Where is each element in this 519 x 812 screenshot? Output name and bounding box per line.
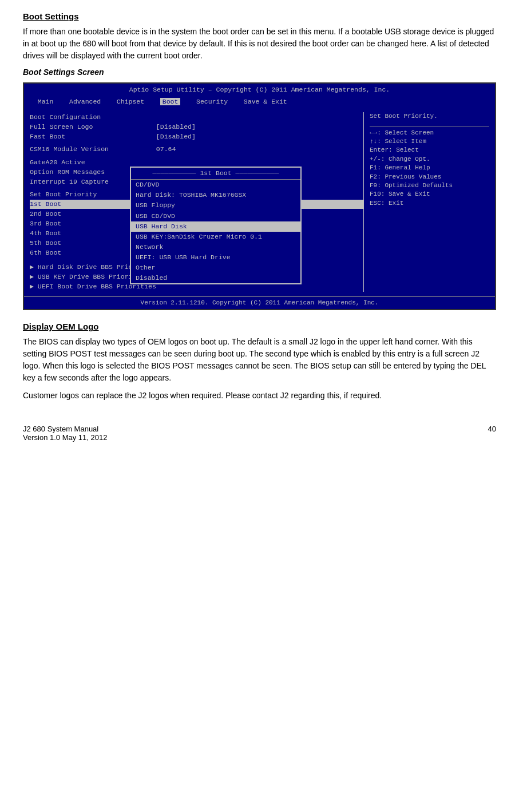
- footer-page-number: 40: [488, 425, 496, 442]
- bios-key-select-screen: ←→: Select Screen: [370, 129, 489, 137]
- bios-item-fast-boot: Fast Boot [Disabled]: [30, 132, 363, 141]
- boot-settings-section: Boot Settings If more than one bootable …: [23, 11, 496, 310]
- display-oem-body1: The BIOS can display two types of OEM lo…: [23, 336, 496, 384]
- bios-footer: Version 2.11.1210. Copyright (C) 2011 Am…: [24, 296, 495, 309]
- bios-dropdown-hdd-toshiba[interactable]: Hard Disk: TOSHIBA MK1676GSX: [131, 190, 300, 200]
- bios-dropdown-usb-floppy[interactable]: USB Floppy: [131, 200, 300, 211]
- boot-settings-title: Boot Settings: [23, 11, 496, 21]
- bios-header: Aptio Setup Utility – Copyright (C) 2011…: [24, 84, 495, 96]
- bios-help-text: Set Boot Priority.: [370, 112, 489, 121]
- bios-body: Boot Configuration Full Screen Logo [Dis…: [24, 108, 495, 296]
- display-oem-title: Display OEM Logo: [23, 322, 496, 331]
- bios-key-esc: ESC: Exit: [370, 199, 489, 208]
- bios-key-f2: F2: Previous Values: [370, 173, 489, 181]
- nav-security[interactable]: Security: [196, 98, 228, 105]
- nav-boot[interactable]: Boot: [160, 98, 181, 105]
- boot-settings-body: If more than one bootable device is in t…: [23, 26, 496, 62]
- bios-dropdown-network[interactable]: Network: [131, 242, 300, 252]
- page-footer: J2 680 System Manual Version 1.0 May 11,…: [23, 425, 496, 442]
- nav-chipset[interactable]: Chipset: [117, 98, 144, 105]
- bios-item-boot-config: Boot Configuration: [30, 113, 363, 122]
- bios-key-f9: F9: Optimized Defaults: [370, 181, 489, 190]
- bios-dropdown-title: ─────────── 1st Boot ───────────: [131, 168, 300, 180]
- bios-left-panel: Boot Configuration Full Screen Logo [Dis…: [30, 112, 363, 292]
- bios-key-change: +/-: Change Opt.: [370, 155, 489, 164]
- footer-manual-name: J2 680 System Manual: [23, 425, 107, 433]
- bios-dropdown-disabled[interactable]: Disabled: [131, 273, 300, 283]
- bios-dropdown-cd-dvd[interactable]: CD/DVD: [131, 180, 300, 190]
- bios-key-f10: F10: Save & Exit: [370, 190, 489, 199]
- bios-dropdown-usb-key[interactable]: USB KEY:SanDisk Cruzer Micro 0.1: [131, 232, 300, 242]
- bios-dropdown-uefi-usb[interactable]: UEFI: USB USB Hard Drive: [131, 252, 300, 263]
- display-oem-section: Display OEM Logo The BIOS can display tw…: [23, 322, 496, 402]
- bios-item-csm16: CSM16 Module Verison 07.64: [30, 145, 363, 154]
- bios-right-panel: Set Boot Priority. ←→: Select Screen ↑↓:…: [363, 112, 489, 292]
- bios-dropdown-usb-hdd[interactable]: USB Hard Disk: [131, 221, 300, 232]
- bios-key-select-item: ↑↓: Select Item: [370, 137, 489, 146]
- display-oem-body2: Customer logos can replace the J2 logos …: [23, 390, 496, 402]
- footer-version: Version 1.0 May 11, 2012: [23, 433, 107, 442]
- nav-advanced[interactable]: Advanced: [69, 98, 101, 105]
- bios-screen: Aptio Setup Utility – Copyright (C) 2011…: [24, 84, 495, 309]
- bios-item-full-screen-logo: Full Screen Logo [Disabled]: [30, 122, 363, 132]
- nav-save-exit[interactable]: Save & Exit: [244, 98, 287, 105]
- nav-main[interactable]: Main: [38, 98, 54, 105]
- bios-dropdown-usb-cddvd[interactable]: USB CD/DVD: [131, 211, 300, 221]
- footer-left: J2 680 System Manual Version 1.0 May 11,…: [23, 425, 107, 442]
- bios-key-f1: F1: General Help: [370, 164, 489, 172]
- bios-screen-container: Aptio Setup Utility – Copyright (C) 2011…: [23, 82, 496, 310]
- bios-dropdown-other[interactable]: Other: [131, 263, 300, 273]
- boot-settings-subtitle: Boot Settings Screen: [23, 68, 496, 77]
- bios-key-enter: Enter: Select: [370, 146, 489, 155]
- bios-item-gatea20: GateA20 Active: [30, 158, 363, 167]
- bios-dropdown: ─────────── 1st Boot ─────────── CD/DVD …: [130, 167, 302, 284]
- bios-nav: Main Advanced Chipset Boot Security Save…: [24, 96, 495, 108]
